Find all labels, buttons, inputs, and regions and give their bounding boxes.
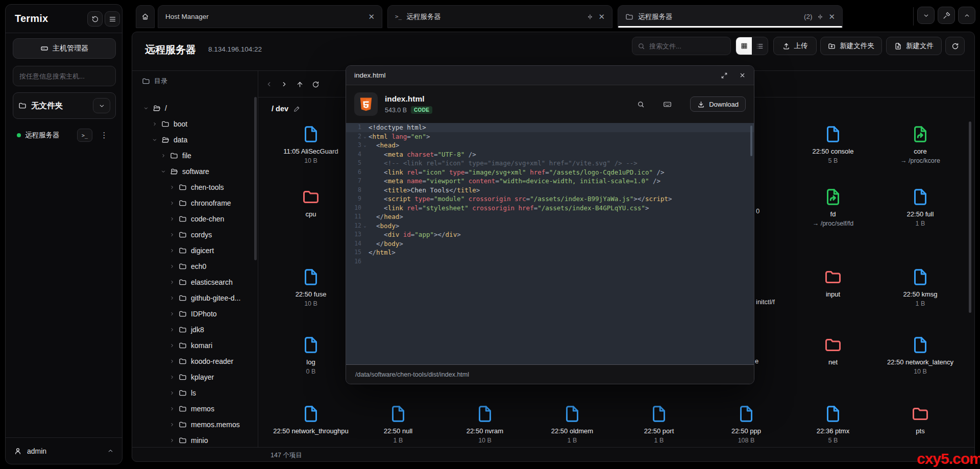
file-grid-item-nvram[interactable]: 22:50 nvram10 B (444, 405, 526, 444)
file-grid-item-fd[interactable]: fd→ /proc/self/fd (792, 188, 874, 227)
tools-button[interactable] (938, 7, 955, 24)
chevron-right-icon[interactable] (169, 295, 175, 301)
chevron-right-icon[interactable] (169, 184, 175, 190)
collapse-tabs-button[interactable] (917, 7, 935, 24)
tree-item-ls[interactable]: ls (169, 385, 196, 401)
sidebar-item-server[interactable]: 远程服务器 >_ ⋮ (13, 126, 116, 144)
chevron-right-icon[interactable] (169, 437, 175, 443)
file-grid-item-fuse[interactable]: 22:50 fuse10 B (270, 268, 352, 307)
tree-item-IDPhoto[interactable]: IDPhoto (169, 306, 217, 322)
chevron-right-icon[interactable] (152, 121, 158, 127)
chevron-right-icon[interactable] (169, 358, 175, 364)
expand-tabs-button[interactable] (958, 7, 975, 24)
chevron-right-icon[interactable] (169, 390, 175, 396)
file-grid-item-cpu[interactable]: cpu (270, 188, 352, 218)
chevron-down-icon[interactable] (152, 137, 158, 143)
tree-item-github-gitee-d...[interactable]: github-gitee-d... (169, 290, 240, 306)
file-grid-item-log[interactable]: log0 B (270, 336, 352, 375)
download-button[interactable]: Download (690, 96, 746, 112)
tree-item-ech0[interactable]: ech0 (169, 258, 206, 274)
file-grid-item-input[interactable]: input (792, 268, 874, 299)
menu-button[interactable] (105, 11, 120, 27)
tree-scrollbar[interactable] (254, 97, 257, 260)
fold-caret-icon[interactable]: ⌄ (361, 221, 369, 231)
search-in-file-icon[interactable] (637, 101, 645, 108)
file-grid-item-network_throughpu[interactable]: 22:50 network_throughpu (270, 405, 352, 435)
chevron-right-icon[interactable] (169, 311, 175, 317)
code-editor[interactable]: 1<!doctype html>2⌄<html lang="en">3⌄ <he… (346, 123, 754, 365)
file-grid-item-port[interactable]: 22:50 port1 B (618, 405, 700, 444)
chevron-right-icon[interactable] (169, 279, 175, 285)
chevron-right-icon[interactable] (169, 406, 175, 412)
chevron-down-icon[interactable] (143, 105, 149, 111)
tree-item-minio[interactable]: minio (169, 432, 208, 447)
chevron-right-icon[interactable] (160, 153, 166, 159)
tab-home[interactable] (136, 5, 155, 28)
tab-host-manager[interactable]: Host Manager ✕ (158, 5, 382, 28)
file-grid-item-kmsg[interactable]: 22:50 kmsg1 B (879, 268, 961, 307)
nav-forward-button[interactable] (281, 81, 288, 88)
tree-item-code-chen[interactable]: code-chen (169, 211, 224, 227)
chevron-right-icon[interactable] (169, 342, 175, 349)
tree-item-chen-tools[interactable]: chen-tools (169, 179, 224, 195)
file-grid-item-ptmx[interactable]: 22:36 ptmx5 B (792, 405, 874, 444)
new-folder-button[interactable]: 新建文件夹 (820, 37, 882, 55)
new-file-button[interactable]: 新建文件 (886, 37, 942, 55)
tree-item-/[interactable]: / (143, 100, 167, 116)
chevron-right-icon[interactable] (169, 422, 175, 428)
list-view-button[interactable] (752, 37, 768, 55)
tree-item-data[interactable]: data (152, 132, 187, 147)
tree-item-chronoframe[interactable]: chronoframe (169, 195, 231, 211)
close-tab-icon[interactable]: ✕ (828, 12, 835, 21)
fold-caret-icon[interactable]: ⌄ (361, 141, 369, 150)
tab-file-server-active[interactable]: 远程服务器 (2) ✕ (618, 5, 843, 28)
refresh-button[interactable] (945, 37, 965, 55)
tree-item-digicert[interactable]: digicert (169, 242, 214, 258)
close-icon[interactable] (739, 72, 746, 79)
tree-item-software[interactable]: software (160, 163, 209, 179)
chevron-right-icon[interactable] (169, 327, 175, 333)
file-grid-item-ppp[interactable]: 22:50 ppp108 B (705, 405, 787, 444)
tree-item-file[interactable]: file (160, 147, 191, 163)
file-grid-item-null[interactable]: 22:50 null1 B (357, 405, 439, 444)
file-grid-item-pts[interactable]: pts (879, 405, 961, 435)
close-tab-icon[interactable]: ✕ (598, 12, 605, 21)
user-row[interactable]: admin (6, 437, 122, 464)
tab-terminal-server[interactable]: >_ 远程服务器 ✕ (387, 5, 612, 28)
file-grid-item-oldmem[interactable]: 22:50 oldmem1 B (531, 405, 613, 444)
tree-item-jdk8[interactable]: jdk8 (169, 322, 204, 337)
file-search-box[interactable] (632, 37, 731, 55)
file-grid-item-console[interactable]: 22:50 console5 B (792, 125, 874, 164)
tree-item-kplayer[interactable]: kplayer (169, 369, 214, 385)
file-grid-item-full[interactable]: 22:50 full1 B (879, 188, 961, 227)
tree-item-elasticsearch[interactable]: elasticsearch (169, 274, 233, 290)
tree-item-komari[interactable]: komari (169, 337, 212, 353)
file-grid-item-core[interactable]: core→ /proc/kcore (879, 125, 961, 164)
file-search-input[interactable] (649, 42, 716, 50)
chevron-right-icon[interactable] (169, 374, 175, 380)
chevron-right-icon[interactable] (169, 263, 175, 269)
host-search-input[interactable] (13, 66, 116, 86)
chevron-right-icon[interactable] (169, 216, 175, 222)
tree-item-koodo-reader[interactable]: koodo-reader (169, 353, 233, 369)
file-grid-item-AliSecGuard[interactable]: 11:05 AliSecGuard10 B (270, 125, 352, 164)
folder-group-header[interactable]: 无文件夹 (13, 92, 116, 119)
collapse-button[interactable] (93, 98, 110, 113)
close-tab-icon[interactable]: ✕ (368, 12, 375, 21)
chevron-right-icon[interactable] (169, 200, 175, 206)
edit-path-icon[interactable] (293, 105, 301, 112)
code-scrollbar[interactable] (750, 126, 752, 156)
split-view-icon[interactable] (586, 13, 594, 20)
keyboard-icon[interactable] (663, 100, 672, 109)
tree-item-memos.memos[interactable]: memos.memos (169, 416, 240, 432)
upload-button[interactable]: 上传 (773, 37, 817, 55)
nav-back-button[interactable] (265, 81, 273, 88)
chevron-right-icon[interactable] (169, 248, 175, 254)
reload-button[interactable] (87, 11, 103, 27)
tree-item-boot[interactable]: boot (152, 116, 187, 132)
grid-view-button[interactable] (736, 37, 752, 55)
fold-caret-icon[interactable]: ⌄ (361, 132, 369, 141)
maximize-icon[interactable] (721, 72, 728, 79)
more-options-button[interactable]: ⋮ (96, 129, 112, 142)
open-terminal-button[interactable]: >_ (77, 129, 92, 142)
